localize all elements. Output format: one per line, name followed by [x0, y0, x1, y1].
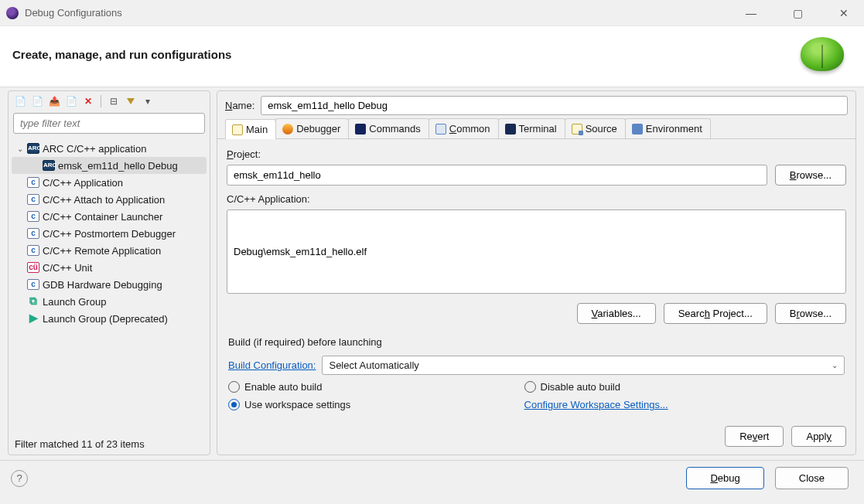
build-group: Build (if required) before launching Bui… [227, 336, 846, 410]
filter-icon[interactable] [124, 94, 138, 108]
debugger-tab-icon [282, 124, 293, 135]
left-toolbar: 📄 📄 📤 📄 ✕ ⊟ ▾ [9, 91, 210, 113]
debug-button[interactable]: Debug [686, 467, 763, 489]
duplicate-icon[interactable]: 📄 [64, 94, 78, 108]
name-input[interactable] [261, 96, 848, 115]
build-config-link[interactable]: Build Configuration: [228, 359, 316, 371]
new-prototype-icon[interactable]: 📄 [30, 94, 44, 108]
close-window-button[interactable]: ✕ [830, 7, 858, 19]
tree-item[interactable]: c C/C++ Application [12, 174, 207, 191]
browse-app-button[interactable]: Browse... [775, 303, 846, 324]
bug-icon [801, 37, 844, 71]
tree-node-arc[interactable]: ⌄ ARC ARC C/C++ application [12, 140, 207, 157]
group-title: Build (if required) before launching [228, 336, 845, 348]
main-tab-icon [232, 124, 243, 135]
tab-commands[interactable]: Commands [348, 118, 429, 138]
revert-button[interactable]: Revert [725, 426, 784, 447]
c-app-icon: c [27, 245, 39, 256]
tab-debugger[interactable]: Debugger [275, 118, 349, 138]
search-project-button[interactable]: Search Project... [664, 303, 767, 324]
editor-buttons: Revert Apply [217, 418, 855, 455]
close-button[interactable]: Close [775, 467, 849, 489]
delete-icon[interactable]: ✕ [81, 94, 95, 108]
app-label: C/C++ Application: [227, 190, 846, 205]
configurations-panel: 📄 📄 📤 📄 ✕ ⊟ ▾ ⌄ ARC ARC C/C++ applicatio… [8, 90, 210, 455]
help-icon[interactable]: ? [11, 470, 28, 487]
project-label: Project: [227, 145, 846, 160]
chevron-down-icon: ⌄ [832, 361, 838, 369]
tree-item[interactable]: ⧉ Launch Group [12, 293, 207, 310]
group-icon: ▶ [27, 313, 39, 324]
environment-tab-icon [632, 124, 643, 135]
source-tab-icon [572, 124, 582, 135]
c-app-icon: c [27, 194, 39, 205]
c-app-icon: c [27, 177, 39, 188]
build-config-select[interactable]: Select Automatically ⌄ [322, 356, 845, 375]
tab-common[interactable]: Common [429, 118, 499, 138]
c-app-icon: c [27, 228, 39, 239]
new-config-icon[interactable]: 📄 [13, 94, 27, 108]
tab-environment[interactable]: Environment [625, 118, 711, 138]
separator [101, 95, 101, 107]
filter-status: Filter matched 11 of 23 items [9, 434, 210, 455]
config-tree[interactable]: ⌄ ARC ARC C/C++ application ARC emsk_em1… [9, 138, 210, 434]
tab-main-body: Project: Browse... C/C++ Application: Va… [217, 139, 855, 418]
banner: Create, manage, and run configurations [0, 26, 864, 87]
tree-item-selected[interactable]: ARC emsk_em11d_hello Debug [12, 157, 207, 174]
browse-project-button[interactable]: Browse... [775, 165, 846, 186]
dialog-footer: ? Debug Close [0, 460, 864, 499]
cunit-icon: cü [27, 262, 39, 273]
export-icon[interactable]: 📤 [47, 94, 61, 108]
filter-menu-icon[interactable]: ▾ [141, 94, 155, 108]
minimize-button[interactable]: — [737, 7, 765, 19]
c-app-icon: c [27, 211, 39, 222]
app-icon [6, 7, 19, 19]
variables-button[interactable]: Variables... [577, 303, 656, 324]
c-app-icon: c [27, 279, 39, 290]
maximize-button[interactable]: ▢ [784, 7, 811, 19]
tab-main[interactable]: Main [225, 119, 276, 139]
tree-item[interactable]: c C/C++ Attach to Application [12, 191, 207, 208]
tree-item[interactable]: c C/C++ Container Launcher [12, 208, 207, 225]
tree-item[interactable]: ▶ Launch Group (Deprecated) [12, 310, 207, 327]
config-editor: Name: Main Debugger Commands Common [217, 90, 856, 455]
radio-disable-auto-build[interactable]: Disable auto build [524, 375, 821, 393]
application-input[interactable] [227, 209, 846, 294]
tree-item[interactable]: c C/C++ Postmortem Debugger [12, 225, 207, 242]
configure-workspace-link[interactable]: Configure Workspace Settings... [524, 399, 668, 410]
group-icon: ⧉ [27, 296, 39, 307]
terminal-tab-icon [505, 124, 516, 135]
page-heading: Create, manage, and run configurations [12, 48, 231, 61]
name-label: Name: [225, 100, 254, 111]
title-bar: Debug Configurations — ▢ ✕ [0, 0, 864, 26]
collapse-all-icon[interactable]: ⊟ [107, 94, 121, 108]
commands-tab-icon [355, 124, 366, 135]
arc-icon: ARC [27, 143, 39, 154]
tree-item[interactable]: c C/C++ Remote Application [12, 242, 207, 259]
tab-terminal[interactable]: Terminal [498, 118, 565, 138]
apply-button[interactable]: Apply [791, 426, 846, 447]
project-input[interactable] [227, 165, 767, 186]
radio-use-workspace[interactable]: Use workspace settings [228, 393, 524, 410]
arc-icon: ARC [43, 160, 55, 171]
tree-item[interactable]: cü C/C++ Unit [12, 259, 207, 276]
tab-bar: Main Debugger Commands Common Terminal S… [217, 118, 855, 139]
filter-input[interactable] [13, 113, 205, 134]
tab-source[interactable]: Source [565, 118, 626, 138]
common-tab-icon [435, 124, 446, 135]
radio-enable-auto-build[interactable]: Enable auto build [228, 375, 524, 393]
window-title: Debug Configurations [25, 7, 122, 19]
tree-item[interactable]: c GDB Hardware Debugging [12, 276, 207, 293]
chevron-down-icon[interactable]: ⌄ [13, 145, 27, 153]
